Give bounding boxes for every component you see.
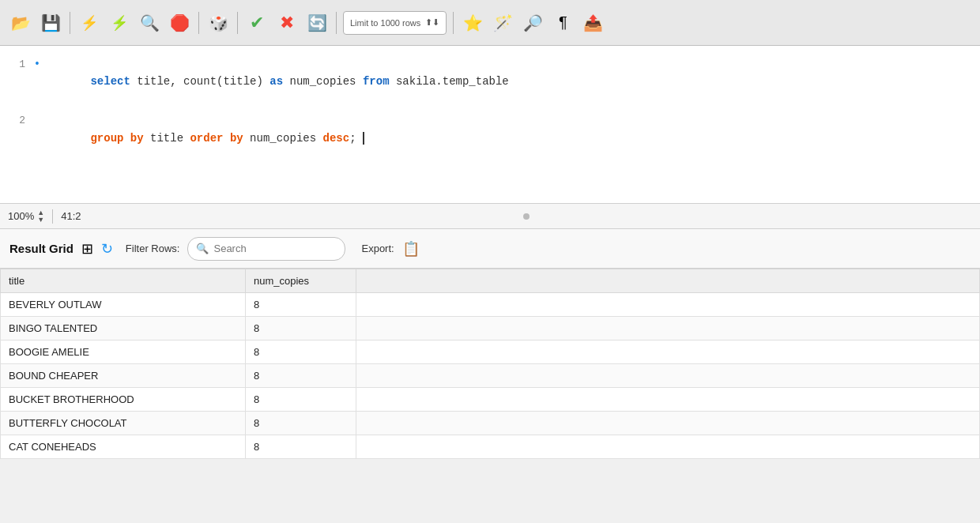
cancel-icon[interactable]: ✖ (274, 10, 300, 36)
line-content-2: group by title order by num_copies desc; (43, 111, 364, 164)
line-content-1: select title, count(title) as num_copies… (43, 55, 509, 108)
search-input[interactable] (213, 243, 324, 254)
line-dot-1: • (32, 55, 43, 73)
sql-editor[interactable]: 1 • select title, count(title) as num_co… (0, 46, 980, 204)
limit-rows-select[interactable]: Limit to 1000 rows ⬆⬇ (343, 11, 447, 35)
editor-line-1: 1 • select title, count(title) as num_co… (0, 54, 980, 110)
toolbar-separator-1 (70, 12, 70, 34)
table-row[interactable]: CAT CONEHEADS8 (1, 435, 980, 459)
refresh-result-icon[interactable]: ↻ (101, 240, 113, 258)
cell-empty (356, 435, 980, 459)
search-box[interactable]: 🔍 (187, 237, 345, 261)
dice-icon[interactable]: 🎲 (205, 10, 231, 36)
cell-empty (356, 293, 980, 317)
save-icon[interactable]: 💾 (38, 10, 63, 36)
result-table: title num_copies BEVERLY OUTLAW8BINGO TA… (0, 269, 980, 459)
cell-title: BUTTERFLY CHOCOLAT (1, 412, 246, 435)
grid-columns-icon[interactable]: ⊞ (81, 240, 93, 258)
cell-title: BOOGIE AMELIE (1, 341, 246, 364)
cell-title: CAT CONEHEADS (1, 435, 246, 459)
cell-title: BINGO TALENTED (1, 317, 246, 341)
stop-icon[interactable]: 🛑 (167, 10, 192, 36)
toolbar-separator-5 (453, 12, 454, 34)
cell-num-copies: 8 (246, 388, 356, 412)
scroll-dot (523, 213, 530, 220)
filter-rows-label: Filter Rows: (126, 243, 180, 254)
star-icon[interactable]: ⭐ (460, 10, 485, 36)
editor-line-2: 2 group by title order by num_copies des… (0, 110, 980, 166)
limit-label: Limit to 1000 rows (350, 18, 420, 28)
cell-title: BUCKET BROTHERHOOD (1, 388, 246, 412)
cell-empty (356, 412, 980, 435)
result-panel: Result Grid ⊞ ↻ Filter Rows: 🔍 Export: 📋… (0, 229, 980, 459)
lightning-tool-icon[interactable]: ⚡ (107, 10, 132, 36)
export-window-icon[interactable]: 📤 (580, 10, 605, 36)
table-row[interactable]: BOOGIE AMELIE8 (1, 341, 980, 364)
search-zoom-icon[interactable]: 🔎 (520, 10, 545, 36)
data-table-container: title num_copies BEVERLY OUTLAW8BINGO TA… (0, 269, 980, 459)
scroll-indicator (81, 213, 972, 220)
cell-num-copies: 8 (246, 341, 356, 364)
check-icon[interactable]: ✔ (244, 10, 270, 36)
search-box-icon: 🔍 (196, 243, 209, 254)
result-grid-title: Result Grid (9, 242, 74, 255)
toolbar: 📂 💾 ⚡ ⚡ 🔍 🛑 🎲 ✔ ✖ 🔄 Limit to 1000 rows ⬆… (0, 0, 980, 46)
cell-num-copies: 8 (246, 412, 356, 435)
line-number-2: 2 (0, 113, 32, 130)
line-number-1: 1 (0, 57, 32, 73)
zoom-stepper[interactable]: ▲ ▼ (37, 209, 44, 224)
table-row[interactable]: BUTTERFLY CHOCOLAT8 (1, 412, 980, 435)
toolbar-separator-3 (237, 12, 238, 34)
table-row[interactable]: BINGO TALENTED8 (1, 317, 980, 341)
cell-num-copies: 8 (246, 364, 356, 388)
cell-num-copies: 8 (246, 293, 356, 317)
table-row[interactable]: BEVERLY OUTLAW8 (1, 293, 980, 317)
col-header-empty (356, 269, 980, 293)
cell-empty (356, 388, 980, 412)
cell-empty (356, 317, 980, 341)
export-grid-icon[interactable]: 📋 (402, 240, 420, 258)
cell-num-copies: 8 (246, 435, 356, 459)
refresh-icon[interactable]: 🔄 (304, 10, 330, 36)
magic-wand-icon[interactable]: 🪄 (490, 10, 515, 36)
cell-num-copies: 8 (246, 317, 356, 341)
col-header-title[interactable]: title (1, 269, 246, 293)
table-row[interactable]: BOUND CHEAPER8 (1, 364, 980, 388)
table-header-row: title num_copies (1, 269, 980, 293)
pilcrow-icon[interactable]: ¶ (550, 10, 575, 36)
cell-title: BEVERLY OUTLAW (1, 293, 246, 317)
open-folder-icon[interactable]: 📂 (8, 10, 33, 36)
zoom-control[interactable]: 100% ▲ ▼ (8, 209, 53, 224)
table-row[interactable]: BUCKET BROTHERHOOD8 (1, 388, 980, 412)
cell-empty (356, 364, 980, 388)
cursor-position: 41:2 (53, 210, 81, 222)
limit-stepper[interactable]: ⬆⬇ (425, 17, 439, 28)
toolbar-separator-4 (336, 12, 337, 34)
result-header: Result Grid ⊞ ↻ Filter Rows: 🔍 Export: 📋 (0, 229, 980, 269)
cell-empty (356, 341, 980, 364)
magnify-icon[interactable]: 🔍 (137, 10, 162, 36)
status-bar: 100% ▲ ▼ 41:2 (0, 204, 980, 229)
lightning-execute-icon[interactable]: ⚡ (77, 10, 102, 36)
zoom-value: 100% (8, 210, 34, 222)
toolbar-separator-2 (198, 12, 199, 34)
cell-title: BOUND CHEAPER (1, 364, 246, 388)
export-label: Export: (361, 243, 394, 254)
col-header-num-copies[interactable]: num_copies (246, 269, 356, 293)
